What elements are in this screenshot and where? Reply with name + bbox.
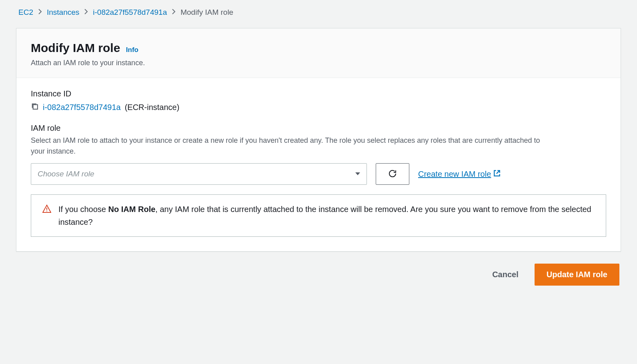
instance-id-label: Instance ID [31, 89, 606, 98]
update-iam-role-button[interactable]: Update IAM role [535, 264, 619, 286]
copy-icon[interactable] [31, 102, 39, 112]
panel-body: Instance ID i-082a27f5578d7491a (ECR-ins… [16, 78, 621, 251]
cancel-button[interactable]: Cancel [492, 270, 519, 279]
warning-text: If you choose No IAM Role, any IAM role … [58, 203, 595, 228]
main-panel: Modify IAM role Info Attach an IAM role … [16, 28, 621, 252]
instance-name-suffix: (ECR-instance) [125, 103, 180, 112]
info-link[interactable]: Info [126, 46, 138, 54]
iam-role-controls: Choose IAM role Create new IAM role [31, 163, 606, 185]
create-iam-role-link[interactable]: Create new IAM role [418, 170, 501, 179]
warning-alert: If you choose No IAM Role, any IAM role … [31, 194, 606, 237]
warning-text-bold: No IAM Role [108, 205, 156, 214]
breadcrumb: EC2 Instances i-082a27f5578d7491a Modify… [16, 8, 621, 17]
refresh-icon [388, 169, 397, 180]
iam-role-label: IAM role [31, 124, 606, 133]
panel-header: Modify IAM role Info Attach an IAM role … [16, 28, 621, 78]
external-link-icon [493, 170, 501, 179]
page-title: Modify IAM role [31, 41, 120, 54]
svg-rect-1 [46, 208, 47, 210]
create-iam-role-link-text: Create new IAM role [418, 170, 491, 179]
page-subtitle: Attach an IAM role to your instance. [31, 59, 606, 67]
svg-rect-0 [33, 105, 38, 109]
chevron-right-icon [84, 8, 88, 17]
instance-id-row: i-082a27f5578d7491a (ECR-instance) [31, 102, 606, 112]
instance-id-link[interactable]: i-082a27f5578d7491a [43, 103, 121, 112]
caret-down-icon [355, 170, 361, 178]
iam-role-select-button[interactable]: Choose IAM role [31, 163, 367, 185]
iam-role-select[interactable]: Choose IAM role [31, 163, 367, 185]
chevron-right-icon [172, 8, 176, 17]
warning-icon [42, 204, 51, 215]
iam-role-description: Select an IAM role to attach to your ins… [31, 135, 543, 157]
footer-actions: Cancel Update IAM role [16, 264, 621, 286]
breadcrumb-instances[interactable]: Instances [47, 8, 79, 17]
chevron-right-icon [38, 8, 42, 17]
breadcrumb-instance-id[interactable]: i-082a27f5578d7491a [93, 8, 167, 17]
breadcrumb-current: Modify IAM role [180, 8, 233, 17]
warning-text-before: If you choose [58, 205, 108, 214]
svg-rect-2 [46, 211, 47, 212]
refresh-button[interactable] [376, 163, 409, 185]
breadcrumb-ec2[interactable]: EC2 [18, 8, 33, 17]
